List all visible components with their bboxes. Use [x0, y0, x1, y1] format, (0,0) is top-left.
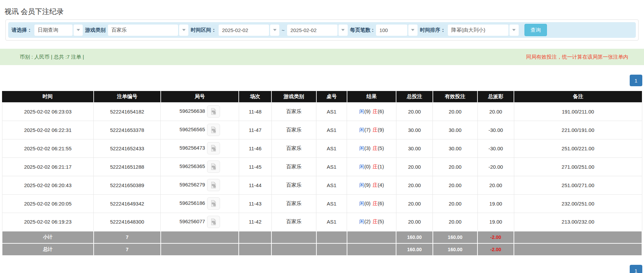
- date-from-caret-button[interactable]: [270, 25, 279, 36]
- video-replay-button[interactable]: [207, 197, 220, 210]
- valid-bet-cell: 20.00: [433, 194, 478, 213]
- date-to-value[interactable]: 2025-02-02: [287, 25, 337, 36]
- player-result-points: (7): [364, 127, 371, 133]
- total-bet-link[interactable]: 30.00: [396, 121, 433, 139]
- page-1-button[interactable]: 1: [630, 75, 642, 86]
- video-replay-button[interactable]: [207, 161, 220, 173]
- round-id: 596256279: [179, 182, 205, 187]
- page-title: 视讯 会员下注纪录: [0, 0, 644, 16]
- payout-cell: 20.00: [477, 176, 514, 194]
- video-replay-button[interactable]: [207, 105, 220, 118]
- summary-empty-cell: [347, 243, 396, 256]
- video-replay-button[interactable]: [207, 142, 220, 154]
- table-body: 2025-02-02 06:23:03 522241654182 5962566…: [2, 102, 642, 256]
- bet-id-cell: 522241653378: [94, 121, 161, 139]
- game-type-cell: 百家乐: [271, 139, 316, 157]
- summary-total-bet-cell: 160.00: [396, 231, 433, 243]
- game-type-cell: 百家乐: [271, 121, 316, 139]
- player-result-points: (9): [364, 108, 371, 114]
- payout-cell: 19.00: [477, 213, 514, 231]
- date-to-caret-button[interactable]: [339, 25, 348, 36]
- total-bet-link[interactable]: 20.00: [396, 176, 433, 194]
- note-cell: 251.00/271.00: [514, 176, 642, 194]
- page-size-select[interactable]: 100: [376, 25, 418, 36]
- result-cell: 闲(9)庄(4): [347, 176, 396, 194]
- video-replay-button[interactable]: [207, 216, 220, 228]
- video-file-icon: [210, 181, 217, 189]
- game-type-value[interactable]: 百家乐: [108, 25, 178, 36]
- sort-order-caret-button[interactable]: [509, 25, 519, 36]
- summary-label-cell: 总计: [2, 243, 94, 256]
- time-range-label: 时间区间：: [191, 27, 216, 33]
- video-file-icon: [210, 145, 217, 152]
- page-size-caret-button[interactable]: [408, 25, 418, 36]
- payout-cell: -30.00: [477, 139, 514, 157]
- date-from-value[interactable]: 2025-02-02: [219, 25, 269, 36]
- table-row: 2025-02-02 06:21:17 522241651288 5962563…: [2, 157, 642, 176]
- page-1-button[interactable]: 1: [630, 265, 642, 273]
- table-no-cell: AS1: [316, 176, 347, 194]
- total-bet-link[interactable]: 20.00: [396, 102, 433, 121]
- note-cell: 232.00/251.00: [514, 194, 642, 213]
- valid-bet-cell: 30.00: [433, 139, 478, 157]
- summary-count-cell: 7: [94, 243, 161, 256]
- page-size-label: 每页笔数 :: [350, 27, 374, 33]
- valid-bet-cell: 30.00: [433, 121, 478, 139]
- game-type-cell: 百家乐: [271, 213, 316, 231]
- date-from-select[interactable]: 2025-02-02: [219, 25, 279, 36]
- video-file-icon: [210, 163, 217, 170]
- banker-result-label: 庄: [373, 218, 378, 224]
- banker-result-label: 庄: [373, 108, 378, 114]
- bet-id-cell: 522241649342: [94, 194, 161, 213]
- table-no-cell: AS1: [316, 194, 347, 213]
- total-bet-link[interactable]: 20.00: [396, 213, 433, 231]
- table-row: 2025-02-02 06:20:05 522241649342 5962561…: [2, 194, 642, 213]
- result-cell: 闲(3)庄(5): [347, 139, 396, 157]
- session-cell: 11-44: [239, 176, 271, 194]
- video-file-icon: [210, 218, 217, 226]
- player-result-label: 闲: [359, 145, 364, 151]
- summary-row: 小计 7 160.00 160.00 -2.00: [2, 231, 642, 243]
- search-button[interactable]: 查询: [524, 24, 547, 36]
- bet-id-cell: 522241650389: [94, 176, 161, 194]
- column-header: 有效投注: [433, 91, 478, 102]
- query-type-select[interactable]: 日期查询: [34, 25, 83, 36]
- total-bet-link[interactable]: 20.00: [396, 194, 433, 213]
- game-type-select[interactable]: 百家乐: [108, 25, 188, 36]
- time-cell: 2025-02-02 06:20:05: [2, 194, 94, 213]
- round-id: 596256365: [179, 163, 205, 169]
- caret-down-icon: [182, 29, 186, 31]
- sort-order-select[interactable]: 降幂(由大到小): [448, 25, 519, 36]
- result-cell: 闲(9)庄(6): [347, 102, 396, 121]
- round-cell: 596256565: [161, 121, 239, 139]
- summary-empty-cell: [239, 231, 271, 243]
- banker-result-label: 庄: [373, 200, 378, 206]
- query-type-value[interactable]: 日期查询: [34, 25, 73, 36]
- summary-payout-cell: -2.00: [477, 243, 514, 256]
- video-replay-button[interactable]: [207, 124, 220, 136]
- currency-total-text: 币别 : 人民币 | 总共 :7 注单 |: [20, 54, 84, 60]
- player-result-label: 闲: [359, 108, 364, 114]
- date-to-select[interactable]: 2025-02-02: [287, 25, 348, 36]
- page-size-value[interactable]: 100: [376, 25, 407, 36]
- column-header: 游戏类别: [271, 91, 316, 102]
- summary-empty-cell: [514, 243, 642, 256]
- round-cell: 596256365: [161, 157, 239, 176]
- query-type-caret-button[interactable]: [74, 25, 83, 36]
- video-replay-button[interactable]: [207, 179, 220, 191]
- summary-empty-cell: [271, 243, 316, 256]
- player-result-label: 闲: [359, 182, 364, 188]
- caret-down-icon: [512, 29, 516, 31]
- sort-order-value[interactable]: 降幂(由大到小): [448, 25, 508, 36]
- filter-bar: 请选择： 日期查询 游戏类别 百家乐 时间区间： 2025-02-02 ~ 20…: [8, 22, 636, 38]
- total-bet-link[interactable]: 20.00: [396, 157, 433, 176]
- banker-result-points: (5): [378, 145, 384, 151]
- payout-cell: -20.00: [477, 157, 514, 176]
- total-bet-link[interactable]: 30.00: [396, 139, 433, 157]
- time-cell: 2025-02-02 06:19:23: [2, 213, 94, 231]
- bet-id-cell: 522241648300: [94, 213, 161, 231]
- table-no-cell: AS1: [316, 157, 347, 176]
- column-header: 场次: [239, 91, 271, 102]
- banker-result-label: 庄: [373, 127, 378, 133]
- game-type-caret-button[interactable]: [179, 25, 188, 36]
